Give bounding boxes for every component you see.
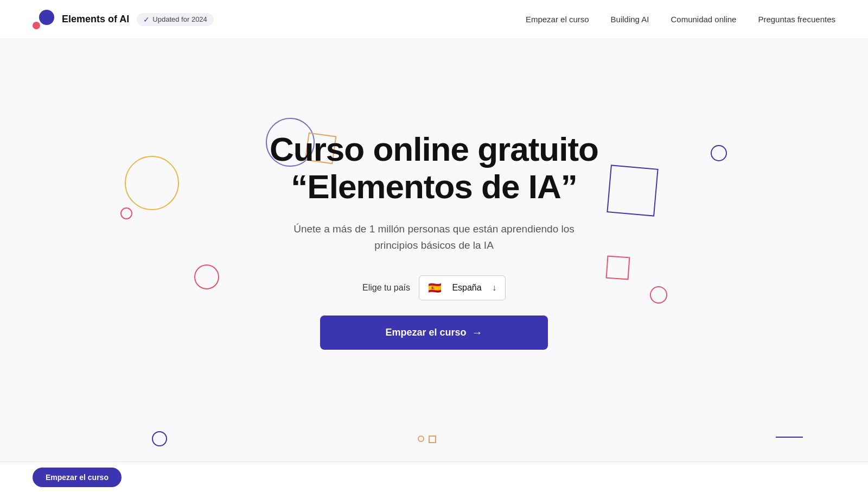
updated-text: Updated for 2024 bbox=[152, 15, 207, 23]
country-selector-row: Elige tu país 🇪🇸 España ↓ bbox=[270, 275, 598, 300]
deco-circle-red-medium bbox=[194, 264, 219, 289]
nav-link-building-ai[interactable]: Building AI bbox=[611, 15, 649, 24]
country-name: España bbox=[452, 283, 481, 293]
chevron-down-icon: ↓ bbox=[492, 283, 496, 293]
deco-circle-red-right bbox=[650, 286, 667, 304]
nav-left: Elements of AI ✓ Updated for 2024 bbox=[33, 9, 214, 30]
deco-line-right-bottom bbox=[776, 437, 803, 438]
nav-links: Empezar el curso Building AI Comunidad o… bbox=[526, 15, 835, 24]
deco-circle-blue-small bbox=[711, 145, 727, 161]
logo-icon bbox=[33, 9, 54, 30]
cta-label: Empezar el curso bbox=[385, 327, 466, 338]
hero-title-line1: Curso online gratuito bbox=[270, 130, 598, 168]
check-icon: ✓ bbox=[143, 15, 150, 24]
updated-badge: ✓ Updated for 2024 bbox=[137, 13, 213, 26]
deco-square-blue-large bbox=[607, 165, 658, 216]
country-flag: 🇪🇸 bbox=[428, 281, 442, 294]
hero-title-line2: “Elementos de IA” bbox=[291, 168, 577, 205]
brand-name: Elements of AI bbox=[62, 14, 129, 25]
navbar: Elements of AI ✓ Updated for 2024 Empeza… bbox=[0, 0, 868, 39]
hero-section: Curso online gratuito “Elementos de IA” … bbox=[0, 39, 868, 452]
deco-square-coral-small bbox=[606, 256, 630, 280]
deco-square-orange-bottom bbox=[429, 436, 436, 443]
hero-content: Curso online gratuito “Elementos de IA” … bbox=[270, 130, 598, 350]
hero-title: Curso online gratuito “Elementos de IA” bbox=[270, 130, 598, 206]
hero-subtitle: Únete a más de 1 millón personas que est… bbox=[293, 221, 575, 254]
nav-link-community[interactable]: Comunidad online bbox=[671, 15, 736, 24]
deco-circle-red-small bbox=[120, 207, 132, 219]
nav-link-start-course[interactable]: Empezar el curso bbox=[526, 15, 589, 24]
deco-dot-orange-bottom bbox=[418, 436, 424, 442]
cta-start-course-button[interactable]: Empezar el curso → bbox=[320, 316, 548, 350]
nav-link-faq[interactable]: Preguntas frecuentes bbox=[758, 15, 835, 24]
deco-circle-yellow-large bbox=[125, 156, 179, 210]
country-label: Elige tu país bbox=[362, 283, 410, 293]
arrow-right-icon: → bbox=[472, 326, 483, 339]
country-selector[interactable]: 🇪🇸 España ↓ bbox=[419, 275, 506, 300]
deco-circle-bottom-left bbox=[152, 431, 167, 446]
